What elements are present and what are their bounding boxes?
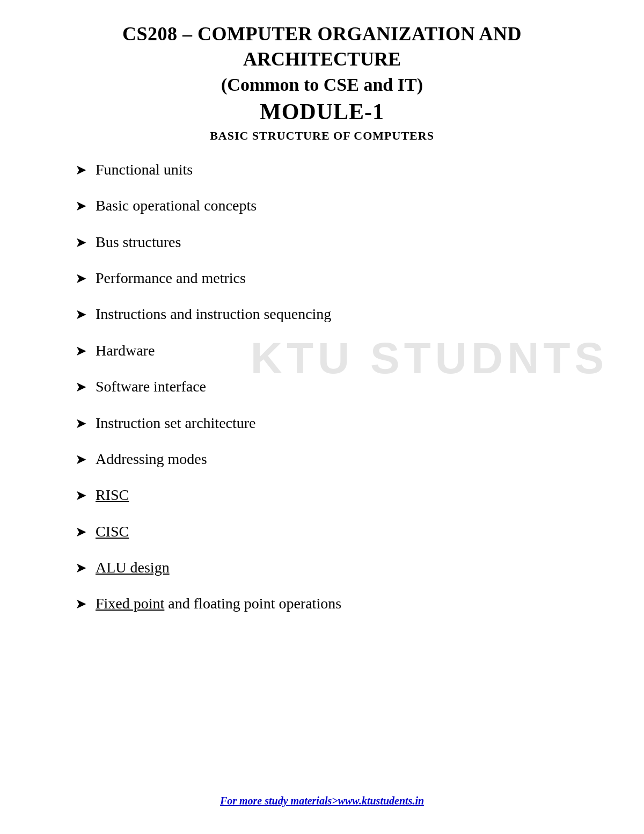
list-item: ➤ Bus structures — [75, 231, 601, 252]
item-text: RISC — [96, 484, 129, 505]
page-container: CS208 – COMPUTER ORGANIZATION AND ARCHIT… — [0, 0, 644, 834]
item-text: CISC — [96, 521, 129, 542]
underlined-text: RISC — [96, 487, 129, 503]
arrow-icon: ➤ — [75, 594, 87, 614]
list-item: ➤ Performance and metrics — [75, 267, 601, 288]
list-item: ➤ Basic operational concepts — [75, 195, 601, 216]
content-list: ➤ Functional units ➤ Basic operational c… — [43, 159, 601, 614]
underlined-text: Fixed point — [96, 595, 164, 612]
item-text: Instruction set architecture — [96, 412, 256, 433]
title-parenthetical: (Common to CSE and IT) — [43, 72, 601, 98]
arrow-icon: ➤ — [75, 269, 87, 288]
list-item: ➤ Hardware — [75, 340, 601, 361]
item-text: Hardware — [96, 340, 155, 361]
item-text: Addressing modes — [96, 448, 207, 469]
list-item: ➤ CISC — [75, 521, 601, 542]
list-item: ➤ Fixed point and floating point operati… — [75, 593, 601, 614]
subtitle: BASIC STRUCTURE OF COMPUTERS — [43, 129, 601, 143]
item-text: Fixed point and floating point operation… — [96, 593, 341, 614]
item-text: Performance and metrics — [96, 267, 246, 288]
item-text: Functional units — [96, 159, 193, 180]
arrow-icon: ➤ — [75, 233, 87, 252]
arrow-icon: ➤ — [75, 305, 87, 324]
arrow-icon: ➤ — [75, 486, 87, 505]
list-item: ➤ Instruction set architecture — [75, 412, 601, 433]
arrow-icon: ➤ — [75, 161, 87, 180]
arrow-icon: ➤ — [75, 342, 87, 361]
item-text: Bus structures — [96, 231, 181, 252]
arrow-icon: ➤ — [75, 450, 87, 469]
list-item: ➤ RISC — [75, 484, 601, 505]
title-line2: ARCHITECTURE — [43, 47, 601, 72]
item-text: ALU design — [96, 557, 170, 578]
item-text: Basic operational concepts — [96, 195, 257, 216]
underlined-text: ALU design — [96, 559, 170, 576]
list-item: ➤ Addressing modes — [75, 448, 601, 469]
arrow-icon: ➤ — [75, 414, 87, 433]
list-item: ➤ ALU design — [75, 557, 601, 578]
arrow-icon: ➤ — [75, 378, 87, 397]
list-item: ➤ Functional units — [75, 159, 601, 180]
title-module: MODULE-1 — [43, 97, 601, 127]
arrow-icon: ➤ — [75, 559, 87, 578]
arrow-icon: ➤ — [75, 523, 87, 542]
header: CS208 – COMPUTER ORGANIZATION AND ARCHIT… — [43, 21, 601, 143]
item-text: Instructions and instruction sequencing — [96, 303, 331, 324]
title-line1: CS208 – COMPUTER ORGANIZATION AND — [43, 21, 601, 47]
list-item: ➤ Software interface — [75, 376, 601, 397]
item-text: Software interface — [96, 376, 206, 397]
footer: For more study materials>www.ktustudents… — [0, 795, 644, 807]
footer-link[interactable]: For more study materials>www.ktustudents… — [220, 795, 424, 807]
list-item: ➤ Instructions and instruction sequencin… — [75, 303, 601, 324]
arrow-icon: ➤ — [75, 197, 87, 216]
underlined-text: CISC — [96, 523, 129, 540]
